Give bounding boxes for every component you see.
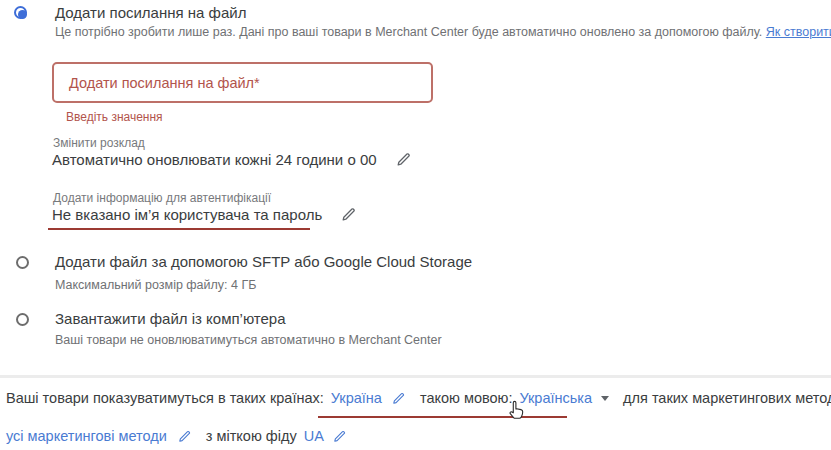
option-upload-description: Ваші товари не оновлюватимуться автомати… bbox=[55, 333, 442, 347]
radio-upload[interactable] bbox=[16, 313, 29, 326]
option-sftp-label[interactable]: Додати файл за допомогою SFTP або Google… bbox=[55, 253, 472, 270]
edit-schedule-icon[interactable] bbox=[395, 151, 412, 168]
edit-country-icon[interactable] bbox=[391, 391, 406, 406]
how-to-create-file-link[interactable]: Як створити файл bbox=[766, 25, 831, 39]
summary-feed-label-value[interactable]: UA bbox=[304, 428, 324, 444]
summary-methods-value[interactable]: усі маркетингові методи bbox=[6, 428, 167, 444]
auth-value: Не вказано ім’я користувача та пароль bbox=[52, 206, 322, 223]
edit-feed-label-icon[interactable] bbox=[332, 429, 347, 444]
summary-line-2: усі маркетингові методи з міткою фіду UA bbox=[6, 428, 347, 444]
language-annotation-underline bbox=[318, 416, 567, 418]
option-fetch-description: Це потрібно зробити лише раз. Дані про в… bbox=[55, 25, 831, 39]
summary-line-1: Ваші товари показуватимуться в таких кра… bbox=[6, 390, 831, 406]
radio-sftp[interactable] bbox=[16, 256, 29, 269]
option-sftp-description: Максимальний розмір файлу: 4 ГБ bbox=[55, 278, 256, 292]
edit-methods-icon[interactable] bbox=[177, 429, 192, 444]
option-fetch-description-text: Це потрібно зробити лише раз. Дані про в… bbox=[55, 25, 766, 39]
file-url-input[interactable]: Додати посилання на файл* bbox=[52, 62, 433, 103]
summary-country-value[interactable]: Україна bbox=[331, 390, 382, 406]
radio-fetch-link[interactable] bbox=[14, 6, 27, 19]
option-fetch-label[interactable]: Додати посилання на файл bbox=[55, 4, 246, 21]
summary-language-prefix: такою мовою: bbox=[420, 390, 513, 406]
section-divider bbox=[0, 375, 831, 378]
edit-auth-icon[interactable] bbox=[340, 206, 357, 223]
schedule-value: Автоматично оновлювати кожні 24 години о… bbox=[52, 151, 377, 168]
file-url-placeholder: Додати посилання на файл* bbox=[69, 75, 260, 91]
auth-label: Додати інформацію для автентифікації bbox=[53, 191, 271, 205]
summary-methods-suffix: для таких маркетингових методів: bbox=[623, 390, 831, 406]
summary-feed-label-prefix: з міткою фіду bbox=[206, 428, 297, 444]
option-upload-label[interactable]: Завантажити файл із комп’ютера bbox=[55, 310, 286, 327]
summary-countries-prefix: Ваші товари показуватимуться в таких кра… bbox=[6, 390, 324, 406]
file-url-error: Введіть значення bbox=[66, 110, 163, 124]
summary-language-value[interactable]: Українська bbox=[519, 390, 592, 406]
language-dropdown-caret[interactable] bbox=[601, 396, 609, 401]
schedule-label: Змінити розклад bbox=[53, 136, 145, 150]
auth-annotation-underline bbox=[48, 228, 310, 230]
